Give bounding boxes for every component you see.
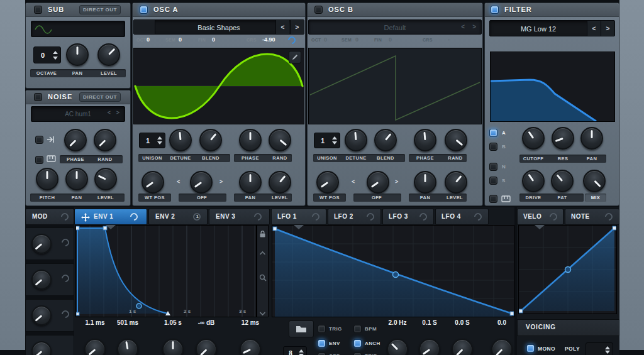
osc-b-oct-value[interactable]: 0: [324, 36, 327, 43]
env1-zoom-button[interactable]: [257, 273, 268, 285]
mod-tab[interactable]: MOD: [25, 209, 74, 225]
osc-a-phase-knob[interactable]: [239, 129, 262, 151]
sub-pan-knob[interactable]: [66, 43, 89, 66]
osc-a-oct-value[interactable]: 0: [147, 36, 150, 43]
mod-slot-1-knob[interactable]: [31, 234, 52, 254]
lfo1-bpm-checkbox[interactable]: [353, 325, 362, 333]
lfo2-ring-icon[interactable]: [365, 212, 376, 222]
sub-level-knob[interactable]: [97, 43, 120, 66]
osc-b-level-knob[interactable]: [445, 171, 467, 194]
osc-a-sem-value[interactable]: 0: [179, 36, 182, 43]
voicing-mono-checkbox[interactable]: [526, 344, 535, 352]
noise-rand-knob[interactable]: [94, 129, 116, 151]
env1-attack-knob[interactable]: [84, 339, 106, 355]
filter-fat-knob[interactable]: [551, 170, 574, 192]
voicing-poly-stepper[interactable]: [586, 342, 613, 355]
tab-lfo2[interactable]: LFO 2: [328, 209, 381, 225]
lfo1-browse-button[interactable]: [289, 320, 314, 337]
noise-prev-icon[interactable]: <: [108, 109, 111, 116]
tab-env2[interactable]: ENV 2 1: [148, 209, 208, 225]
env1-lock-button[interactable]: [257, 229, 268, 241]
filter-type-selector[interactable]: MG Low 12 < >: [489, 20, 615, 36]
env1-decay-knob[interactable]: [162, 339, 184, 355]
velo-curve-graph[interactable]: [518, 225, 617, 314]
filter-route-s-checkbox[interactable]: [489, 177, 497, 185]
osc-b-wavetable-selector[interactable]: Default < >: [308, 19, 482, 35]
lfo3-ring-icon[interactable]: [418, 212, 429, 222]
osc-a-wt-prev-icon[interactable]: <: [275, 20, 289, 34]
filter-enable-checkbox[interactable]: [491, 6, 499, 14]
lfo1-rise-knob[interactable]: [419, 339, 440, 355]
osc-b-wt-prev-icon[interactable]: <: [461, 23, 465, 30]
noise-pan-knob[interactable]: [65, 168, 88, 190]
filter-route-b-checkbox[interactable]: [489, 143, 497, 151]
lfo1-smooth-knob[interactable]: [491, 339, 513, 355]
lfo1-env-checkbox[interactable]: [318, 339, 326, 347]
filter-prev-icon[interactable]: <: [587, 21, 601, 36]
osc-a-level-knob[interactable]: [269, 171, 291, 194]
osc-a-detune-knob[interactable]: [169, 129, 192, 151]
sub-enable-checkbox[interactable]: [34, 6, 42, 14]
env3-ring-icon[interactable]: [253, 212, 264, 222]
env1-release-knob[interactable]: [240, 339, 261, 355]
noise-oneshot-checkbox[interactable]: [35, 136, 43, 144]
osc-b-warp-next-icon[interactable]: >: [395, 178, 398, 185]
osc-b-unison-stepper[interactable]: 1: [314, 133, 340, 148]
filter-pan-knob[interactable]: [580, 127, 603, 150]
lfo1-graph[interactable]: [272, 225, 514, 317]
tab-lfo4[interactable]: LFO 4: [435, 209, 489, 225]
filter-res-knob[interactable]: [552, 127, 574, 150]
filter-mix-knob[interactable]: [583, 170, 606, 192]
osc-b-rand-knob[interactable]: [445, 129, 467, 151]
tab-note[interactable]: NOTE: [565, 209, 619, 225]
tab-lfo1[interactable]: LFO 1: [271, 209, 326, 225]
filter-response-display[interactable]: [490, 52, 615, 122]
osc-b-pan-knob[interactable]: [414, 171, 436, 194]
lfo1-rate-knob[interactable]: [387, 339, 408, 355]
sub-wave-display[interactable]: [31, 21, 125, 37]
mod-ring-icon[interactable]: [60, 212, 70, 222]
osc-b-crs-value[interactable]: -: [448, 36, 450, 43]
osc-b-blend-knob[interactable]: [374, 129, 397, 151]
osc-b-waveform-display[interactable]: [308, 48, 482, 124]
tab-env1[interactable]: ENV 1: [74, 209, 147, 225]
osc-a-pan-knob[interactable]: [239, 171, 262, 194]
osc-a-fin-value[interactable]: 0: [212, 36, 215, 43]
osc-a-wt-next-icon[interactable]: >: [290, 20, 304, 34]
osc-a-enable-checkbox[interactable]: [140, 6, 148, 14]
env1-hold-knob[interactable]: [117, 339, 138, 355]
lfo1-trig-checkbox[interactable]: [318, 325, 326, 333]
env1-ring-icon[interactable]: [129, 212, 140, 222]
stepper-down-icon[interactable]: [53, 57, 58, 60]
tab-lfo3[interactable]: LFO 3: [382, 209, 434, 225]
lfo1-off-checkbox[interactable]: [318, 352, 326, 355]
noise-pitch-knob[interactable]: [36, 168, 58, 190]
sub-octave-stepper[interactable]: 0: [33, 46, 61, 63]
note-ring-icon[interactable]: [604, 212, 614, 222]
osc-b-phase-knob[interactable]: [414, 129, 436, 151]
env1-scroll-up-button[interactable]: [257, 247, 268, 259]
osc-a-warp-next-icon[interactable]: >: [219, 178, 223, 185]
env1-scroll-down-button[interactable]: [257, 307, 268, 320]
osc-a-waveform-display[interactable]: [133, 48, 304, 124]
osc-a-edit-button[interactable]: [289, 51, 301, 63]
env1-sustain-knob[interactable]: [196, 339, 217, 355]
osc-b-wt-next-icon[interactable]: >: [472, 23, 476, 30]
noise-keytrack-checkbox[interactable]: [35, 156, 43, 164]
osc-b-warp-knob[interactable]: [367, 171, 389, 194]
mod-slot-2-knob[interactable]: [31, 270, 52, 290]
noise-enable-checkbox[interactable]: [34, 93, 42, 101]
osc-b-enable-checkbox[interactable]: [314, 6, 323, 14]
env1-graph[interactable]: 1 s 2 s 3 s: [75, 225, 257, 317]
noise-next-icon[interactable]: >: [116, 109, 119, 116]
lfo1-trip-checkbox[interactable]: [353, 352, 362, 355]
stepper-up-icon[interactable]: [53, 51, 58, 54]
sub-direct-out-button[interactable]: DIRECT OUT: [79, 5, 121, 14]
osc-a-blend-knob[interactable]: [199, 129, 222, 151]
noise-sample-selector[interactable]: AC hum1 < >: [31, 106, 125, 122]
osc-b-wtpos-knob[interactable]: [316, 171, 339, 194]
osc-a-wtpos-knob[interactable]: [142, 171, 164, 194]
noise-level-knob[interactable]: [94, 168, 117, 190]
osc-b-sem-value[interactable]: 0: [355, 36, 358, 43]
lfo1-ring-icon[interactable]: [311, 212, 321, 222]
